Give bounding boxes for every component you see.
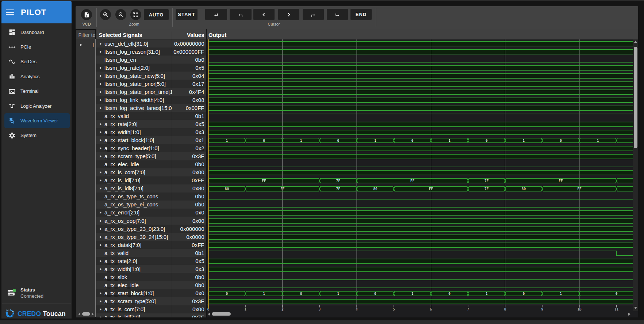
expand-icon[interactable] [100, 155, 101, 158]
expand-icon[interactable] [100, 99, 101, 102]
expand-icon[interactable] [100, 123, 101, 126]
sidebar-item-terminal[interactable]: Terminal [1, 84, 72, 99]
cursor-prev-rise-button[interactable] [230, 9, 252, 20]
expand-icon[interactable] [100, 236, 101, 239]
expand-icon[interactable] [100, 83, 101, 85]
vscroll-thumb[interactable] [634, 47, 637, 148]
waveform-canvas[interactable]: 10101010101FF7FFF7FFF80FF7F80FF7F80FF010… [207, 39, 633, 305]
expand-icon[interactable] [100, 308, 101, 311]
sidebar-item-system[interactable]: System [1, 128, 72, 143]
waveform-hscrollbar[interactable] [207, 312, 633, 316]
signal-row[interactable]: a_rx_is_idl8[7:0]0x80 [96, 184, 206, 193]
signal-row[interactable]: a_rx_os_eop[7:0]0x00 [96, 217, 206, 225]
cursor-next-rise-button[interactable] [303, 9, 324, 20]
expand-icon[interactable] [100, 107, 101, 110]
signal-row[interactable]: a_tx_slbk0b0 [96, 273, 206, 281]
signal-row[interactable]: a_tx_start_block[1:0]0x0 [96, 289, 206, 297]
expand-icon[interactable] [100, 171, 101, 174]
expand-icon[interactable] [100, 211, 101, 214]
signal-row[interactable]: ltssm_log_rate[2:0]0x5 [96, 64, 206, 72]
signal-row[interactable]: ltssm_log_state_prior_time[15:0]0x4F4 [96, 88, 206, 96]
expand-icon[interactable] [100, 91, 101, 94]
signal-row[interactable]: a_rx_os_type_ei_cons0b0 [96, 201, 206, 209]
signal-row[interactable]: a_tx_width[1:0]0x3 [96, 265, 206, 273]
filter-hscroll-thumb[interactable] [82, 312, 90, 316]
zoom-fit-button[interactable] [130, 9, 141, 20]
waveform-vscrollbar[interactable] [633, 39, 638, 311]
sidebar-item-dashboard[interactable]: Dashboard [1, 25, 72, 39]
tree-expand-icon[interactable] [80, 43, 82, 46]
expand-icon[interactable] [100, 42, 101, 45]
vcd-file-button[interactable] [81, 9, 92, 20]
hamburger-menu-icon[interactable] [6, 9, 14, 15]
signal-row[interactable]: a_rx_datak[7:0]0xFF [96, 241, 206, 249]
zoom-out-button[interactable] [115, 9, 126, 20]
tree-root-row[interactable]: l [76, 41, 95, 49]
expand-icon[interactable] [100, 268, 101, 271]
hscroll-right-icon[interactable] [628, 313, 630, 316]
expand-icon[interactable] [100, 300, 101, 303]
sidebar-item-analytics[interactable]: Analytics [1, 69, 72, 84]
signal-row[interactable]: a_rx_error[2:0]0x0 [96, 209, 206, 217]
signal-row[interactable]: ltssm_log_state_prior[5:0]0x17 [96, 80, 206, 88]
expand-icon[interactable] [100, 316, 101, 317]
signal-row[interactable]: ltssm_log_active_lanes[15:0]0x00FF [96, 104, 206, 112]
signal-row[interactable]: a_rx_valid0b1 [96, 112, 206, 120]
signal-row[interactable]: a_rx_sync_header[1:0]0x2 [96, 144, 206, 152]
cursor-next-button[interactable] [278, 9, 299, 20]
expand-icon[interactable] [100, 50, 101, 53]
hscroll-left-icon[interactable] [208, 313, 210, 316]
expand-icon[interactable] [100, 260, 101, 263]
signal-row[interactable]: a_tx_is_com[7:0]0x00 [96, 305, 206, 313]
signal-row[interactable]: ltssm_log_link_width[4:0]0x08 [96, 96, 206, 104]
sidebar-item-pcie[interactable]: PCIe [1, 39, 72, 54]
values-splitter[interactable] [172, 31, 172, 317]
zoom-in-button[interactable] [100, 9, 111, 20]
expand-icon[interactable] [100, 66, 101, 69]
signal-row[interactable]: a_rx_rate[2:0]0x5 [96, 120, 206, 128]
signal-row[interactable]: a_tx_valid0b1 [96, 249, 206, 257]
signal-row[interactable]: a_rx_scram_type[5:0]0x3F [96, 152, 206, 160]
signal-row[interactable]: user_def_clk[31:0]0x00000000 [96, 39, 206, 47]
signal-row[interactable]: a_rx_width[1:0]0x3 [96, 128, 206, 136]
signal-row[interactable]: a_rx_is_idl[7:0]0xFF [96, 176, 206, 184]
signal-row[interactable]: a_tx_elec_idle0b0 [96, 281, 206, 289]
expand-icon[interactable] [100, 228, 101, 230]
zoom-auto-button[interactable]: AUTO [144, 9, 169, 20]
expand-icon[interactable] [100, 179, 101, 182]
sidebar-item-waveform-viewer[interactable]: Waveform Viewer [4, 113, 70, 128]
vscroll-down-icon[interactable] [634, 307, 637, 309]
signal-row[interactable]: ltssm_log_en0b0 [96, 56, 206, 64]
expand-icon[interactable] [100, 131, 101, 134]
filter-hscroll-left-icon[interactable] [78, 313, 80, 316]
signal-row[interactable]: ltssm_log_reason[31:0]0x000000FF [96, 47, 206, 56]
signal-row[interactable]: a_rx_os_type_ts_cons0b0 [96, 193, 206, 201]
signal-row[interactable]: a_rx_os_type_23_0[23:0]0x000000 [96, 225, 206, 233]
signal-row[interactable]: a_rx_os_type_39_24[15:0]0x0000 [96, 233, 206, 241]
cursor-next-fall-button[interactable] [327, 9, 348, 20]
signal-row[interactable]: a_rx_is_com[7:0]0x00 [96, 168, 206, 176]
filter-input[interactable]: Filter text [78, 32, 95, 38]
filter-hscroll-right-icon[interactable] [92, 313, 94, 316]
expand-icon[interactable] [100, 139, 101, 142]
expand-icon[interactable] [100, 220, 101, 222]
sidebar-item-serdes[interactable]: SerDes [1, 54, 72, 69]
cursor-prev-fall-button[interactable] [205, 9, 227, 20]
signal-row[interactable]: a_tx_rate[2:0]0x5 [96, 257, 206, 265]
filter-splitter[interactable] [95, 39, 96, 317]
expand-icon[interactable] [100, 147, 101, 150]
expand-icon[interactable] [100, 292, 101, 295]
expand-icon[interactable] [100, 187, 101, 190]
signal-row[interactable]: a_rx_elec_idle0b0 [96, 160, 206, 168]
cursor-start-button[interactable]: START [176, 9, 198, 20]
signal-row[interactable]: a_tx_is_idl[7:0]0x7F [96, 313, 206, 317]
signal-row[interactable]: a_rx_start_block[1:0]0x1 [96, 136, 206, 144]
cursor-prev-button[interactable] [253, 9, 275, 20]
expand-icon[interactable] [100, 75, 101, 77]
sidebar-item-logic-analyzer[interactable]: Logic Analyzer [1, 99, 72, 113]
expand-icon[interactable] [100, 244, 101, 247]
hscroll-thumb[interactable] [212, 312, 231, 316]
signal-row[interactable]: a_tx_scram_type[5:0]0x3F [96, 297, 206, 305]
vscroll-up-icon[interactable] [634, 41, 637, 43]
signal-row[interactable]: ltssm_log_state_new[5:0]0x04 [96, 72, 206, 80]
